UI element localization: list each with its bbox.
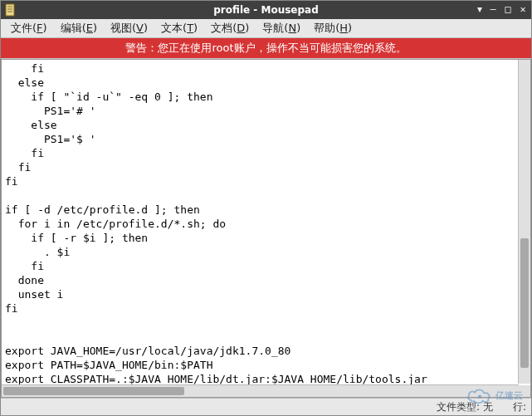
- close-button[interactable]: ✕: [516, 2, 530, 16]
- app-window: profile - Mousepad ▾ – □ ✕ 文件(F) 编辑(E) 视…: [0, 0, 532, 416]
- dropdown-icon[interactable]: ▾: [475, 2, 485, 16]
- menu-file[interactable]: 文件(F): [4, 19, 54, 37]
- menubar: 文件(F) 编辑(E) 视图(V) 文本(T) 文档(D) 导航(N) 帮助(H…: [1, 19, 531, 38]
- menu-edit[interactable]: 编辑(E): [54, 19, 104, 37]
- maximize-button[interactable]: □: [501, 2, 515, 16]
- menu-navigate[interactable]: 导航(N): [256, 19, 307, 37]
- window-title: profile - Mousepad: [1, 4, 531, 16]
- window-controls: ▾ – □ ✕: [475, 2, 530, 16]
- status-filetype: 文件类型: 无: [437, 400, 493, 414]
- statusbar: 文件类型: 无 行:: [1, 398, 531, 415]
- editor-area: fi else if [ "`id -u`" -eq 0 ]; then PS1…: [1, 58, 531, 398]
- editor-viewport[interactable]: fi else if [ "`id -u`" -eq 0 ]; then PS1…: [1, 59, 531, 398]
- app-icon: [4, 3, 17, 17]
- scrollbar-horizontal-thumb[interactable]: [3, 387, 184, 395]
- scrollbar-horizontal[interactable]: [2, 384, 519, 397]
- svg-rect-0: [6, 4, 14, 16]
- minimize-button[interactable]: –: [486, 2, 500, 16]
- editor-text[interactable]: fi else if [ "`id -u`" -eq 0 ]; then PS1…: [2, 60, 530, 388]
- scroll-corner: [519, 385, 530, 397]
- menu-document[interactable]: 文档(D): [204, 19, 256, 37]
- scrollbar-vertical-thumb[interactable]: [520, 238, 529, 368]
- menu-text[interactable]: 文本(T): [154, 19, 204, 37]
- status-line: 行:: [513, 400, 526, 414]
- titlebar: profile - Mousepad ▾ – □ ✕: [1, 1, 531, 19]
- scrollbar-vertical[interactable]: [518, 60, 530, 384]
- menu-help[interactable]: 帮助(H): [307, 19, 359, 37]
- menu-view[interactable]: 视图(V): [104, 19, 154, 37]
- root-warning-banner: 警告：您正在使用root账户，操作不当可能损害您的系统。: [1, 38, 531, 58]
